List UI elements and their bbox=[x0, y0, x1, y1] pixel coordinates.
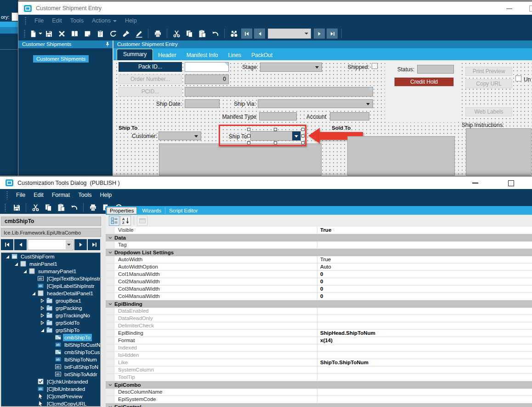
new-document-button[interactable] bbox=[30, 28, 42, 39]
property-row-tooltip[interactable]: ToolTip bbox=[106, 374, 532, 381]
category-row-dropdown-list-settings[interactable]: Dropdown List Settings bbox=[106, 249, 532, 256]
minimize-button[interactable] bbox=[472, 183, 478, 183]
tab-properties[interactable]: Properties bbox=[107, 207, 137, 214]
attachments-button[interactable] bbox=[94, 28, 106, 39]
tab-header[interactable]: Header bbox=[153, 50, 181, 60]
tree-node-txtshiptoaddr[interactable]: abtxtShipToAddr bbox=[1, 371, 100, 378]
property-value[interactable] bbox=[317, 374, 532, 381]
menu-help[interactable]: Help bbox=[96, 190, 116, 200]
maximize-button[interactable] bbox=[529, 6, 532, 11]
tree-node-grpshipto[interactable]: grpShipTo bbox=[1, 327, 100, 334]
property-row-datareadonly[interactable]: DataReadOnly bbox=[106, 315, 532, 322]
property-row-like[interactable]: LikeShipTo.ShipToNum bbox=[106, 359, 532, 367]
property-row-indexed[interactable]: Indexed bbox=[106, 344, 532, 352]
tree-node-c-lblunbranded[interactable]: ab[C]lblUnbranded bbox=[1, 385, 100, 393]
property-row-tag[interactable]: Tag bbox=[106, 241, 532, 249]
pack-id-input[interactable] bbox=[185, 62, 229, 72]
tree-node-summarypanel1[interactable]: summaryPanel1 bbox=[1, 268, 100, 275]
tree-node-custshipform[interactable]: CustShipForm bbox=[1, 253, 100, 260]
property-row-epibinding[interactable]: EpiBindingShipHead.ShipToNum bbox=[106, 330, 532, 337]
paste-button[interactable] bbox=[55, 202, 67, 213]
save-button[interactable] bbox=[11, 202, 23, 213]
property-row-col1manualwidth[interactable]: Col1ManualWidth0 bbox=[106, 271, 532, 278]
property-row-autowidthoption[interactable]: AutoWidthOptionAuto bbox=[106, 264, 532, 271]
memo-button[interactable] bbox=[81, 28, 93, 39]
tree-node-txtfullshipton[interactable]: abtxtFullShipToN bbox=[1, 363, 100, 371]
copy-button[interactable] bbox=[183, 28, 195, 39]
categorized-button[interactable] bbox=[109, 216, 119, 226]
customer-dropdown[interactable] bbox=[158, 132, 201, 140]
property-value[interactable]: True bbox=[317, 256, 532, 263]
property-value[interactable]: 0 bbox=[317, 271, 532, 278]
tree-node-lblshiptonum[interactable]: ablblShipToNum bbox=[1, 356, 100, 363]
minimize-button[interactable] bbox=[506, 8, 512, 9]
property-row-delimitercheck[interactable]: DelimiterCheck bbox=[106, 322, 532, 330]
credit-hold-button[interactable]: Credit Hold bbox=[394, 77, 454, 86]
tree-node-grppacking[interactable]: grpPacking bbox=[1, 304, 100, 312]
property-row-desccolumnname[interactable]: DescColumnName bbox=[106, 389, 532, 396]
copy-url-button[interactable]: Copy URL bbox=[465, 79, 512, 88]
tree-node-grpsoldto[interactable]: grpSoldTo bbox=[1, 319, 100, 327]
tree-node-mainpanel1[interactable]: mainPanel1 bbox=[1, 260, 100, 268]
find-binoculars-button[interactable] bbox=[228, 28, 240, 39]
paste-button[interactable] bbox=[196, 28, 208, 39]
category-row-epicombo[interactable]: EpiCombo bbox=[106, 381, 532, 389]
property-row-col3manualwidth[interactable]: Col3ManualWidth0 bbox=[106, 286, 532, 293]
tab-packout[interactable]: PackOut bbox=[246, 50, 277, 60]
tree-node-c-cmdpreview[interactable]: [C]cmdPreview bbox=[1, 393, 100, 400]
property-value[interactable] bbox=[317, 308, 532, 315]
cut-button[interactable] bbox=[29, 202, 41, 213]
menu-actions[interactable]: Actions bbox=[88, 16, 121, 25]
property-value[interactable] bbox=[317, 241, 532, 248]
nav-last-button[interactable] bbox=[327, 29, 338, 39]
property-row-systemcolumn[interactable]: SystemColumn bbox=[106, 367, 532, 374]
collapse-icon[interactable] bbox=[106, 250, 114, 255]
print-button[interactable] bbox=[87, 202, 99, 213]
collapse-icon[interactable] bbox=[40, 328, 45, 332]
category-row-epibinding[interactable]: EpiBinding bbox=[106, 300, 532, 308]
undo-button[interactable] bbox=[209, 28, 221, 39]
nav-prev-button[interactable] bbox=[14, 239, 27, 250]
ship-date-input[interactable] bbox=[185, 99, 220, 108]
print-preview-button[interactable]: Print Preview bbox=[465, 67, 512, 76]
property-value[interactable]: 0 bbox=[317, 286, 532, 292]
alphabetical-button[interactable]: AZ bbox=[120, 216, 131, 226]
property-row-dataenabled[interactable]: DataEnabled bbox=[106, 308, 532, 315]
expand-icon[interactable] bbox=[40, 298, 45, 303]
status-input[interactable] bbox=[417, 65, 454, 74]
property-row-col2manualwidth[interactable]: Col2ManualWidth0 bbox=[106, 278, 532, 286]
expand-icon[interactable] bbox=[40, 321, 45, 325]
property-value[interactable]: 0 bbox=[317, 278, 532, 285]
maximize-button[interactable] bbox=[508, 180, 514, 186]
tab-lines[interactable]: Lines bbox=[223, 50, 246, 60]
collapse-icon[interactable] bbox=[31, 291, 36, 296]
tree-node-grptrackingno[interactable]: grpTrackingNo bbox=[1, 312, 100, 319]
collapse-icon[interactable] bbox=[106, 302, 114, 306]
nav-first-button[interactable] bbox=[241, 29, 252, 39]
collapse-icon[interactable] bbox=[106, 235, 114, 240]
nav-prev-button[interactable] bbox=[254, 29, 265, 39]
property-value[interactable] bbox=[317, 322, 532, 329]
property-row-autowidth[interactable]: AutoWidthTrue bbox=[106, 256, 532, 264]
menu-edit[interactable]: Edit bbox=[29, 190, 48, 200]
collapse-icon[interactable] bbox=[106, 383, 114, 387]
menu-file[interactable]: File bbox=[12, 190, 29, 200]
property-row-format[interactable]: Formatx(14) bbox=[106, 337, 532, 344]
tree-node-headerdetailpanel1[interactable]: headerDetailPanel1 bbox=[1, 290, 100, 297]
expand-icon[interactable] bbox=[40, 306, 45, 310]
collapse-icon[interactable] bbox=[14, 262, 18, 266]
order-number-button[interactable]: Order Number... bbox=[119, 75, 182, 84]
manifest-type-input[interactable] bbox=[259, 112, 297, 120]
menu-help[interactable]: Help bbox=[121, 16, 141, 25]
nav-next-button[interactable] bbox=[314, 29, 325, 39]
property-row-visible[interactable]: VisibleTrue bbox=[106, 227, 532, 234]
nav-next-button[interactable] bbox=[74, 239, 87, 250]
account-input[interactable] bbox=[330, 112, 369, 120]
tab-manifest-info[interactable]: Manifest Info bbox=[181, 50, 223, 60]
copy-button[interactable] bbox=[42, 202, 54, 213]
tree-node-customer-shipments[interactable]: Customer Shipments bbox=[33, 55, 89, 63]
nav-first-button[interactable] bbox=[1, 239, 13, 250]
control-combobox[interactable] bbox=[28, 239, 74, 250]
unbranded-checkbox[interactable] bbox=[515, 75, 521, 81]
tab-wizards[interactable]: Wizards bbox=[138, 207, 165, 214]
